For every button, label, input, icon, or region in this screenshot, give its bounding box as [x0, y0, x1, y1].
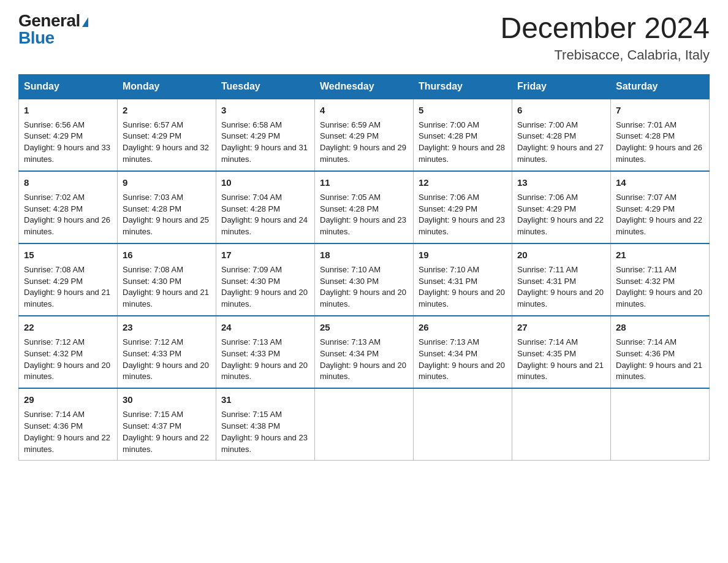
day-number: 28	[616, 321, 704, 334]
calendar-cell: 15 Sunrise: 7:08 AMSunset: 4:29 PMDaylig…	[19, 243, 118, 316]
day-info: Sunrise: 7:05 AMSunset: 4:28 PMDaylight:…	[320, 193, 406, 237]
calendar-week-5: 29 Sunrise: 7:14 AMSunset: 4:36 PMDaylig…	[19, 388, 710, 461]
day-number: 15	[24, 248, 112, 262]
calendar-week-1: 1 Sunrise: 6:56 AMSunset: 4:29 PMDayligh…	[19, 99, 710, 171]
day-number: 8	[24, 176, 112, 190]
calendar-cell: 21 Sunrise: 7:11 AMSunset: 4:32 PMDaylig…	[611, 243, 710, 316]
calendar-week-2: 8 Sunrise: 7:02 AMSunset: 4:28 PMDayligh…	[19, 171, 710, 243]
day-info: Sunrise: 7:04 AMSunset: 4:28 PMDaylight:…	[221, 193, 308, 237]
day-info: Sunrise: 7:07 AMSunset: 4:29 PMDaylight:…	[616, 193, 702, 237]
calendar-cell: 13 Sunrise: 7:06 AMSunset: 4:29 PMDaylig…	[512, 171, 611, 243]
day-number: 24	[221, 321, 309, 334]
calendar-cell: 12 Sunrise: 7:06 AMSunset: 4:29 PMDaylig…	[414, 171, 512, 243]
day-info: Sunrise: 7:02 AMSunset: 4:28 PMDaylight:…	[24, 193, 110, 237]
calendar-cell: 14 Sunrise: 7:07 AMSunset: 4:29 PMDaylig…	[611, 171, 710, 243]
day-info: Sunrise: 7:11 AMSunset: 4:31 PMDaylight:…	[517, 265, 604, 309]
day-number: 9	[123, 176, 211, 190]
logo-blue-text: Blue	[18, 28, 55, 47]
calendar-cell: 29 Sunrise: 7:14 AMSunset: 4:36 PMDaylig…	[19, 388, 118, 461]
day-info: Sunrise: 7:00 AMSunset: 4:28 PMDaylight:…	[517, 120, 604, 164]
day-info: Sunrise: 7:14 AMSunset: 4:36 PMDaylight:…	[616, 337, 702, 381]
day-info: Sunrise: 7:13 AMSunset: 4:34 PMDaylight:…	[419, 337, 505, 381]
title-section: December 2024 Trebisacce, Calabria, Ital…	[500, 12, 710, 63]
calendar-cell: 30 Sunrise: 7:15 AMSunset: 4:37 PMDaylig…	[118, 388, 216, 461]
logo: General Blue	[18, 12, 88, 47]
calendar-cell: 8 Sunrise: 7:02 AMSunset: 4:28 PMDayligh…	[19, 171, 118, 243]
day-info: Sunrise: 7:01 AMSunset: 4:28 PMDaylight:…	[616, 120, 702, 164]
day-info: Sunrise: 7:06 AMSunset: 4:29 PMDaylight:…	[419, 193, 505, 237]
calendar-cell: 9 Sunrise: 7:03 AMSunset: 4:28 PMDayligh…	[118, 171, 216, 243]
day-number: 23	[123, 321, 211, 334]
day-info: Sunrise: 7:13 AMSunset: 4:33 PMDaylight:…	[221, 337, 308, 381]
calendar-cell: 11 Sunrise: 7:05 AMSunset: 4:28 PMDaylig…	[315, 171, 414, 243]
calendar-cell: 3 Sunrise: 6:58 AMSunset: 4:29 PMDayligh…	[216, 99, 315, 171]
calendar-cell: 18 Sunrise: 7:10 AMSunset: 4:30 PMDaylig…	[315, 243, 414, 316]
day-number: 5	[419, 104, 507, 117]
day-number: 6	[517, 104, 605, 117]
logo-triangle-icon	[82, 17, 88, 27]
calendar-cell: 31 Sunrise: 7:15 AMSunset: 4:38 PMDaylig…	[216, 388, 315, 461]
calendar-week-3: 15 Sunrise: 7:08 AMSunset: 4:29 PMDaylig…	[19, 243, 710, 316]
calendar-week-4: 22 Sunrise: 7:12 AMSunset: 4:32 PMDaylig…	[19, 316, 710, 388]
day-number: 16	[123, 248, 211, 262]
calendar-cell: 24 Sunrise: 7:13 AMSunset: 4:33 PMDaylig…	[216, 316, 315, 388]
day-number: 29	[24, 393, 112, 407]
calendar-header-row: SundayMondayTuesdayWednesdayThursdayFrid…	[19, 74, 710, 99]
calendar-cell: 1 Sunrise: 6:56 AMSunset: 4:29 PMDayligh…	[19, 99, 118, 171]
day-number: 25	[320, 321, 408, 334]
day-info: Sunrise: 7:10 AMSunset: 4:31 PMDaylight:…	[419, 265, 505, 309]
day-info: Sunrise: 6:58 AMSunset: 4:29 PMDaylight:…	[221, 120, 308, 164]
day-info: Sunrise: 7:14 AMSunset: 4:36 PMDaylight:…	[24, 410, 110, 454]
day-info: Sunrise: 6:59 AMSunset: 4:29 PMDaylight:…	[320, 120, 406, 164]
calendar-header-sunday: Sunday	[19, 74, 118, 99]
day-info: Sunrise: 7:10 AMSunset: 4:30 PMDaylight:…	[320, 265, 406, 309]
day-info: Sunrise: 7:15 AMSunset: 4:37 PMDaylight:…	[123, 410, 209, 454]
day-info: Sunrise: 7:00 AMSunset: 4:28 PMDaylight:…	[419, 120, 505, 164]
calendar-header-monday: Monday	[118, 74, 216, 99]
day-number: 17	[221, 248, 309, 262]
day-number: 2	[123, 104, 211, 117]
logo-general-text: General	[18, 11, 80, 30]
calendar-cell	[611, 388, 710, 461]
day-number: 30	[123, 393, 211, 407]
day-info: Sunrise: 7:11 AMSunset: 4:32 PMDaylight:…	[616, 265, 702, 309]
day-number: 3	[221, 104, 309, 117]
calendar-cell: 5 Sunrise: 7:00 AMSunset: 4:28 PMDayligh…	[414, 99, 512, 171]
calendar-header-thursday: Thursday	[414, 74, 512, 99]
day-number: 26	[419, 321, 507, 334]
calendar-cell: 28 Sunrise: 7:14 AMSunset: 4:36 PMDaylig…	[611, 316, 710, 388]
calendar-cell: 25 Sunrise: 7:13 AMSunset: 4:34 PMDaylig…	[315, 316, 414, 388]
day-info: Sunrise: 7:03 AMSunset: 4:28 PMDaylight:…	[123, 193, 209, 237]
day-number: 22	[24, 321, 112, 334]
calendar-cell: 10 Sunrise: 7:04 AMSunset: 4:28 PMDaylig…	[216, 171, 315, 243]
day-info: Sunrise: 7:12 AMSunset: 4:33 PMDaylight:…	[123, 337, 209, 381]
calendar-cell: 27 Sunrise: 7:14 AMSunset: 4:35 PMDaylig…	[512, 316, 611, 388]
day-number: 11	[320, 176, 408, 190]
calendar-cell: 19 Sunrise: 7:10 AMSunset: 4:31 PMDaylig…	[414, 243, 512, 316]
calendar-cell	[414, 388, 512, 461]
calendar-cell: 23 Sunrise: 7:12 AMSunset: 4:33 PMDaylig…	[118, 316, 216, 388]
calendar-table: SundayMondayTuesdayWednesdayThursdayFrid…	[18, 74, 710, 461]
calendar-cell: 16 Sunrise: 7:08 AMSunset: 4:30 PMDaylig…	[118, 243, 216, 316]
calendar-header-saturday: Saturday	[611, 74, 710, 99]
calendar-cell: 4 Sunrise: 6:59 AMSunset: 4:29 PMDayligh…	[315, 99, 414, 171]
day-info: Sunrise: 7:08 AMSunset: 4:30 PMDaylight:…	[123, 265, 209, 309]
day-number: 1	[24, 104, 112, 117]
day-number: 13	[517, 176, 605, 190]
calendar-cell: 6 Sunrise: 7:00 AMSunset: 4:28 PMDayligh…	[512, 99, 611, 171]
page-header: General Blue December 2024 Trebisacce, C…	[18, 12, 710, 63]
calendar-cell: 2 Sunrise: 6:57 AMSunset: 4:29 PMDayligh…	[118, 99, 216, 171]
day-number: 18	[320, 248, 408, 262]
day-number: 7	[616, 104, 704, 117]
calendar-cell: 17 Sunrise: 7:09 AMSunset: 4:30 PMDaylig…	[216, 243, 315, 316]
calendar-cell	[315, 388, 414, 461]
location-subtitle: Trebisacce, Calabria, Italy	[500, 47, 710, 63]
day-number: 20	[517, 248, 605, 262]
day-number: 14	[616, 176, 704, 190]
day-info: Sunrise: 7:08 AMSunset: 4:29 PMDaylight:…	[24, 265, 110, 309]
day-info: Sunrise: 7:09 AMSunset: 4:30 PMDaylight:…	[221, 265, 308, 309]
calendar-header-tuesday: Tuesday	[216, 74, 315, 99]
calendar-cell: 7 Sunrise: 7:01 AMSunset: 4:28 PMDayligh…	[611, 99, 710, 171]
day-number: 31	[221, 393, 309, 407]
day-number: 27	[517, 321, 605, 334]
